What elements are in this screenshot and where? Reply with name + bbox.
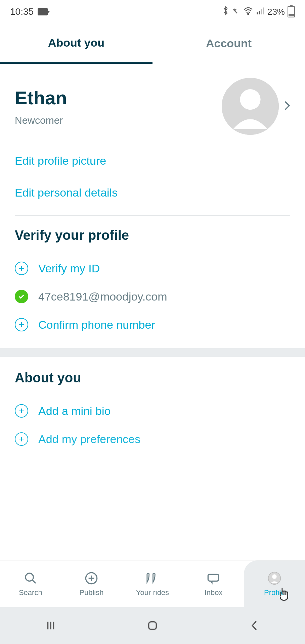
plus-circle-icon	[15, 432, 28, 446]
signal-icon	[256, 7, 265, 17]
bluetooth-icon	[222, 6, 229, 18]
profile-icon	[267, 571, 282, 586]
add-mini-bio-row[interactable]: Add a mini bio	[15, 397, 290, 425]
nav-profile[interactable]: Profile	[244, 560, 305, 607]
battery-pct: 23%	[267, 7, 285, 17]
chevron-right-icon	[284, 101, 290, 112]
chat-icon	[206, 571, 221, 586]
wifi-icon	[243, 7, 253, 17]
nav-search-label: Search	[19, 588, 42, 597]
svg-rect-11	[149, 622, 157, 630]
svg-point-0	[248, 13, 249, 14]
svg-rect-2	[259, 11, 260, 14]
check-circle-icon	[15, 290, 28, 303]
plus-circle-icon	[15, 404, 28, 418]
search-icon	[23, 571, 38, 586]
verify-id-label: Verify my ID	[38, 262, 100, 275]
svg-point-6	[240, 89, 260, 110]
nav-search[interactable]: Search	[0, 560, 61, 607]
bottom-nav: Search Publish Your rides Inbox Profile	[0, 560, 305, 607]
nav-rides-label: Your rides	[136, 588, 169, 597]
nav-publish[interactable]: Publish	[61, 560, 122, 607]
add-preferences-label: Add my preferences	[38, 433, 140, 446]
verified-email-row: 47ce8191@moodjoy.com	[15, 282, 290, 311]
system-nav	[0, 607, 305, 644]
verify-id-row[interactable]: Verify my ID	[15, 254, 290, 282]
edit-profile-picture-link[interactable]: Edit profile picture	[15, 145, 290, 177]
confirm-phone-row[interactable]: Confirm phone number	[15, 311, 290, 339]
plus-circle-icon	[84, 571, 99, 586]
nav-profile-label: Profile	[264, 588, 285, 597]
profile-role: Newcomer	[15, 115, 222, 126]
plus-circle-icon	[15, 318, 28, 331]
camera-icon	[38, 8, 48, 15]
svg-rect-3	[261, 9, 262, 14]
profile-name: Ethan	[15, 87, 222, 109]
verify-section-title: Verify your profile	[15, 228, 290, 243]
confirm-phone-label: Confirm phone number	[38, 318, 155, 331]
profile-header[interactable]: Ethan Newcomer	[15, 64, 290, 145]
verified-email-label: 47ce8191@moodjoy.com	[38, 290, 167, 303]
battery-icon	[288, 6, 295, 17]
nav-publish-label: Publish	[79, 588, 103, 597]
status-time: 10:35	[10, 6, 34, 17]
tab-account[interactable]: Account	[152, 23, 305, 64]
add-preferences-row[interactable]: Add my preferences	[15, 425, 290, 453]
svg-rect-1	[257, 12, 258, 14]
tab-about-you[interactable]: About you	[0, 23, 152, 64]
about-you-section-title: About you	[15, 370, 290, 385]
status-bar: 10:35 23%	[0, 0, 305, 23]
svg-point-10	[272, 574, 277, 579]
sys-back-button[interactable]	[244, 619, 264, 632]
top-tabs: About you Account	[0, 23, 305, 64]
sys-recents-button[interactable]	[41, 619, 61, 632]
vibrate-icon	[232, 6, 241, 17]
add-mini-bio-label: Add a mini bio	[38, 405, 111, 418]
divider	[15, 215, 290, 216]
section-gap	[0, 348, 305, 357]
svg-point-7	[26, 573, 33, 581]
nav-inbox-label: Inbox	[205, 588, 223, 597]
plus-circle-icon	[15, 262, 28, 275]
sys-home-button[interactable]	[142, 619, 163, 632]
edit-personal-details-link[interactable]: Edit personal details	[15, 177, 290, 209]
avatar	[222, 78, 279, 135]
svg-rect-4	[263, 7, 264, 14]
nav-inbox[interactable]: Inbox	[183, 560, 244, 607]
rides-icon	[145, 571, 160, 586]
nav-your-rides[interactable]: Your rides	[122, 560, 183, 607]
